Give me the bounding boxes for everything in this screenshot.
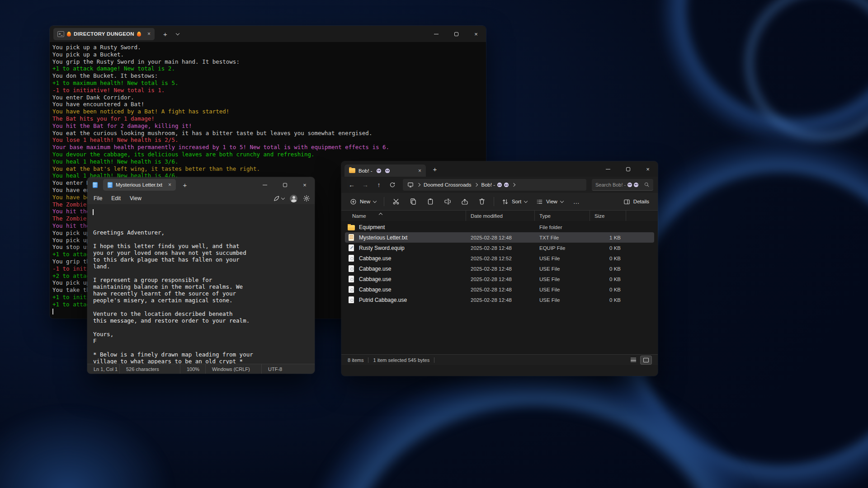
menu-file[interactable]: File [89, 192, 107, 204]
explorer-tab[interactable]: Bob! - × [344, 164, 426, 177]
file-row[interactable]: EquipmentFile folder [345, 222, 654, 232]
maximize-button[interactable] [446, 26, 466, 42]
skull-icon [377, 169, 381, 173]
copy-button[interactable] [405, 195, 421, 208]
notepad-line: Venture to the location described beneat… [93, 310, 315, 317]
file-row[interactable]: Putrid Cabbage.use2025-02-28 12:48USE Fi… [345, 295, 654, 305]
column-header-date[interactable]: Date modified [466, 211, 535, 221]
thumbnail-view-toggle[interactable] [641, 356, 651, 364]
file-size: 0 KB [590, 256, 626, 261]
terminal-line: The Bat hits you for 1 damage! [52, 115, 486, 122]
file-row[interactable]: Cabbage.use2025-02-28 12:52USE File0 KB [345, 253, 654, 263]
column-header-size[interactable]: Size [590, 211, 626, 221]
minimize-icon [263, 185, 267, 185]
tab-close-button[interactable]: × [418, 168, 421, 174]
pen-sparkle-icon [273, 195, 280, 202]
minimize-button[interactable] [426, 26, 446, 42]
up-button[interactable]: ↑ [373, 179, 385, 191]
terminal-line: You enter Dank Corridor. [52, 94, 486, 101]
gear-icon[interactable] [303, 195, 310, 202]
breadcrumb[interactable]: Doomed Crossroads Bob! - [403, 179, 586, 191]
file-name: Cabbage.use [359, 286, 391, 293]
maximize-button[interactable] [275, 177, 295, 192]
new-button[interactable]: New [346, 195, 380, 208]
paste-button[interactable] [422, 195, 439, 208]
rename-button[interactable] [439, 195, 456, 208]
terminal-titlebar[interactable]: >_ DIRECTORY DUNGEON × + × [50, 26, 486, 42]
file-list[interactable]: EquipmentFile folderMysterious Letter.tx… [341, 221, 658, 354]
delete-button[interactable] [474, 195, 490, 208]
breadcrumb-item[interactable]: Bob! - [481, 182, 509, 188]
close-button[interactable]: × [295, 177, 315, 192]
view-button[interactable]: View [532, 195, 567, 208]
copy-icon [410, 198, 417, 205]
file-type: USE File [535, 287, 590, 292]
tab-dropdown-button[interactable] [173, 28, 183, 40]
chevron-right-icon[interactable] [474, 183, 478, 187]
text-caret [93, 209, 94, 215]
notepad-editor[interactable]: Greetings Adventurer,I hope this letter … [87, 204, 315, 364]
file-size: 0 KB [590, 266, 626, 272]
breadcrumb-item[interactable]: Doomed Crossroads [424, 182, 471, 188]
thumbnail-view-icon [643, 358, 649, 362]
file-row[interactable]: Cabbage.use2025-02-28 12:48USE File0 KB [345, 274, 654, 284]
maximize-button[interactable] [618, 161, 638, 177]
file-row[interactable]: Rusty Sword.equip2025-02-28 12:48EQUIP F… [345, 243, 654, 253]
minimize-button[interactable] [255, 177, 275, 192]
menu-view[interactable]: View [125, 192, 146, 204]
refresh-button[interactable] [387, 179, 398, 191]
minimize-button[interactable] [598, 161, 618, 177]
forward-button[interactable]: → [359, 179, 371, 191]
cut-button[interactable] [388, 195, 404, 208]
notepad-line: land. [93, 263, 315, 270]
file-name: Rusty Sword.equip [359, 245, 405, 251]
file-date: 2025-02-28 12:52 [466, 256, 535, 261]
terminal-tab[interactable]: >_ DIRECTORY DUNGEON × [53, 28, 155, 40]
file-type: TXT File [535, 235, 590, 240]
share-button[interactable] [457, 195, 473, 208]
chevron-right-icon[interactable] [512, 183, 515, 187]
file-size: 1 KB [590, 235, 626, 240]
back-button[interactable]: ← [346, 179, 358, 191]
file-row[interactable]: Mysterious Letter.txt2025-02-28 12:48TXT… [345, 232, 654, 243]
maximize-icon [626, 167, 630, 171]
menu-edit[interactable]: Edit [107, 192, 125, 204]
share-icon [461, 198, 468, 205]
tab-close-button[interactable]: × [147, 31, 151, 37]
window-controls: × [255, 177, 315, 192]
file-type: File folder [535, 225, 590, 230]
file-row[interactable]: Cabbage.use2025-02-28 12:48USE File0 KB [345, 263, 654, 274]
notepad-titlebar[interactable]: Mysterious Letter.txt × + × [87, 177, 315, 192]
details-view-toggle[interactable] [628, 356, 639, 364]
new-tab-button[interactable]: + [179, 179, 190, 190]
details-pane-button[interactable]: Details [619, 195, 653, 208]
new-tab-button[interactable]: + [159, 28, 171, 40]
terminal-line: +1 to maximum health! New total is 5. [52, 80, 486, 87]
zoom-level[interactable]: 100% [180, 364, 206, 374]
file-row[interactable]: Cabbage.use2025-02-28 12:48USE File0 KB [345, 284, 654, 295]
new-tab-button[interactable]: + [429, 164, 440, 174]
more-button[interactable]: … [568, 195, 585, 208]
tab-close-button[interactable]: × [168, 182, 171, 188]
search-placeholder: Search Bob! - [595, 182, 626, 188]
close-button[interactable]: × [466, 26, 486, 42]
search-input[interactable]: Search Bob! - [592, 179, 653, 191]
letter-file-icon [349, 234, 354, 241]
close-button[interactable]: × [638, 161, 658, 177]
cut-icon [392, 198, 400, 205]
chevron-right-icon[interactable] [417, 183, 420, 187]
terminal-line: You lose 1 health! New health is 2/5. [52, 136, 486, 144]
notepad-line [93, 304, 315, 310]
column-header-name[interactable]: Name [348, 211, 466, 221]
selection-info: 1 item selected 545 bytes [373, 357, 429, 363]
notepad-tab[interactable]: Mysterious Letter.txt × [103, 179, 176, 191]
notepad-line: I represent a group responsible for [93, 277, 315, 283]
column-header-type[interactable]: Type [535, 211, 590, 221]
explorer-titlebar[interactable]: Bob! - × + × [341, 161, 658, 177]
column-headers: Name Date modified Type Size [341, 211, 658, 221]
rewrite-button[interactable] [273, 195, 284, 202]
account-avatar[interactable] [290, 195, 297, 202]
encoding: UTF-8 [262, 364, 302, 374]
search-icon [644, 182, 650, 188]
sort-button[interactable]: Sort [498, 195, 531, 208]
